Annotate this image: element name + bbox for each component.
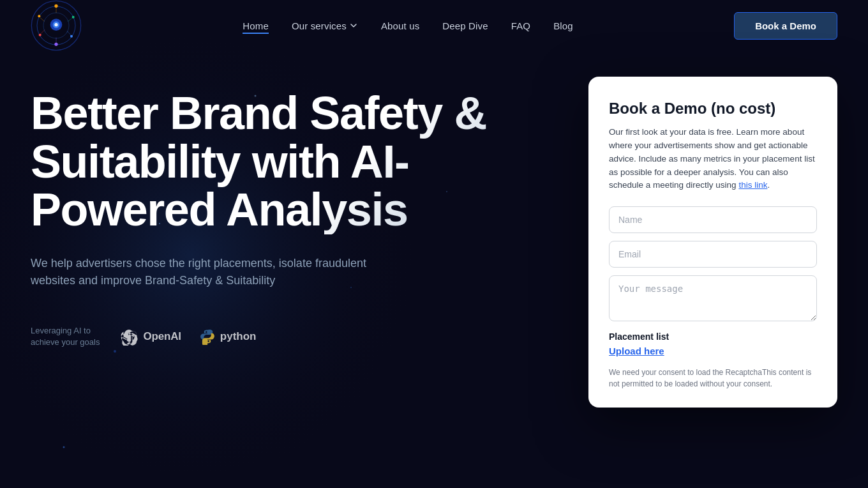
leveraging-line2: achieve your goals xyxy=(31,337,100,347)
svg-point-15 xyxy=(54,4,57,8)
nav-blog[interactable]: Blog xyxy=(553,20,573,31)
partner-strip: Leveraging AI to achieve your goals Open… xyxy=(31,325,554,348)
email-input[interactable] xyxy=(609,241,817,268)
hero-title: Better Brand Safety & Suitability with A… xyxy=(31,89,554,234)
form-card: Book a Demo (no cost) Our first look at … xyxy=(588,77,837,408)
nav-deep-dive[interactable]: Deep Dive xyxy=(442,20,488,31)
svg-point-19 xyxy=(39,34,41,36)
nav-about[interactable]: About us xyxy=(381,20,419,31)
services-chevron-icon xyxy=(349,21,358,30)
nav-home[interactable]: Home xyxy=(243,20,269,31)
partner-logos: OpenAI python xyxy=(120,328,256,346)
form-description: Our first look at your data is free. Lea… xyxy=(609,126,817,193)
nav-faq[interactable]: FAQ xyxy=(511,20,530,31)
nav-services-link[interactable]: Our services xyxy=(292,20,347,31)
logo xyxy=(31,0,82,51)
nav-services[interactable]: Our services xyxy=(292,20,358,31)
python-logo: python xyxy=(199,328,257,345)
openai-logo: OpenAI xyxy=(120,328,181,346)
logo-area xyxy=(31,0,82,51)
this-link[interactable]: this link xyxy=(738,180,767,190)
svg-point-18 xyxy=(54,43,57,46)
name-input[interactable] xyxy=(609,206,817,233)
openai-icon xyxy=(120,328,138,346)
form-description-text: Our first look at your data is free. Lea… xyxy=(609,127,815,190)
svg-point-20 xyxy=(38,15,40,17)
openai-wordmark: OpenAI xyxy=(143,330,181,343)
recaptcha-notice: We need your consent to load the Recaptc… xyxy=(609,367,817,390)
message-input[interactable] xyxy=(609,275,817,321)
hero-section: Better Brand Safety & Suitability with A… xyxy=(31,77,554,348)
svg-line-25 xyxy=(41,30,45,34)
placement-list-label: Placement list xyxy=(609,332,817,342)
svg-line-26 xyxy=(40,17,45,21)
upload-here-link[interactable]: Upload here xyxy=(609,346,817,356)
svg-line-22 xyxy=(68,19,72,22)
svg-point-16 xyxy=(72,16,75,19)
nav-links: Home Our services About us Deep Dive FAQ… xyxy=(243,20,573,31)
svg-line-23 xyxy=(67,31,70,35)
svg-point-14 xyxy=(54,23,57,26)
python-wordmark: python xyxy=(220,330,257,343)
python-icon xyxy=(199,328,216,345)
main-navigation: Home Our services About us Deep Dive FAQ… xyxy=(0,0,868,51)
main-content: Better Brand Safety & Suitability with A… xyxy=(0,51,868,488)
nav-book-demo-button[interactable]: Book a Demo xyxy=(734,12,837,40)
leveraging-line1: Leveraging AI to xyxy=(31,326,91,335)
svg-point-17 xyxy=(70,35,73,38)
hero-subtitle: We help advertisers chose the right plac… xyxy=(31,255,414,289)
leveraging-label: Leveraging AI to achieve your goals xyxy=(31,325,100,348)
form-title: Book a Demo (no cost) xyxy=(609,100,817,118)
